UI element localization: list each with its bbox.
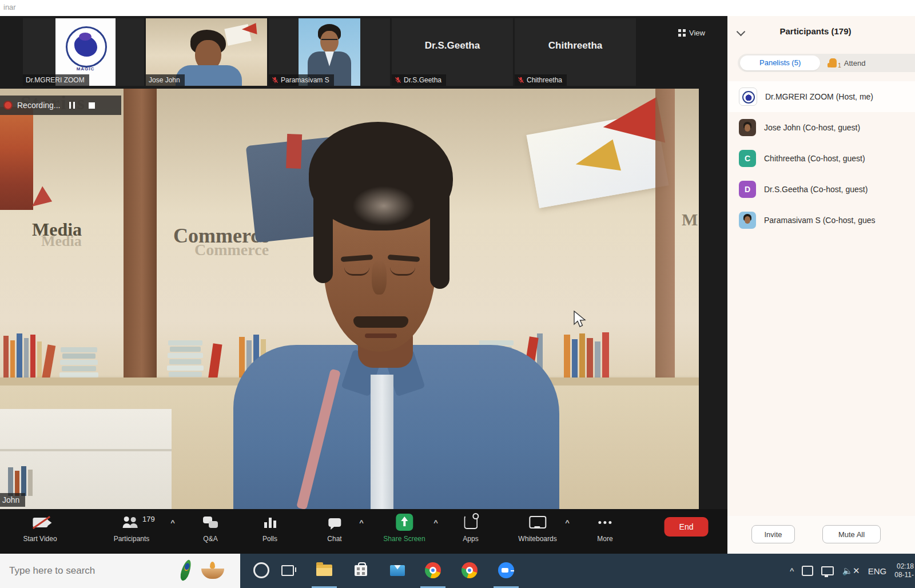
participants-button[interactable]: 179 Participants xyxy=(114,514,150,543)
task-view-icon xyxy=(281,565,294,576)
start-video-button[interactable]: Start Video xyxy=(23,514,57,543)
mural-media-right-partial: M xyxy=(682,210,698,229)
participant-row[interactable]: C Chithreetha (Co-host, guest) xyxy=(727,143,915,174)
meeting-toolbar: Start Video 179 Participants ^ Q&A Polls… xyxy=(0,509,727,554)
speaker-mustache xyxy=(353,316,408,328)
tile-display-name: Chithreetha xyxy=(515,40,636,51)
window-title-fragment: inar xyxy=(3,3,16,11)
stop-recording-button[interactable] xyxy=(84,98,99,113)
participant-row[interactable]: D Dr.S.Geetha (Co-host, guest) xyxy=(727,174,915,205)
cortana-button[interactable] xyxy=(253,562,270,579)
muted-mic-icon xyxy=(272,77,279,84)
chat-icon xyxy=(328,518,341,527)
polls-icon xyxy=(264,517,276,528)
taskbar-search[interactable] xyxy=(0,554,240,588)
thumbnail-jose-john[interactable]: Jose John xyxy=(146,18,267,86)
participant-row[interactable]: Paramasivam S (Co-host, gues xyxy=(727,205,915,236)
thumbnail-dr-mgreri-zoom[interactable]: MAGIC Dr.MGRERI ZOOM xyxy=(23,18,144,86)
cortana-icon xyxy=(253,562,269,578)
mute-all-button[interactable]: Mute All xyxy=(822,525,881,543)
participant-row[interactable]: Dr.MGRERI ZOOM (Host, me) xyxy=(727,81,915,112)
thumbnail-nametag: Jose John xyxy=(146,74,185,86)
zoom-app-icon xyxy=(498,562,514,578)
participants-list: Dr.MGRERI ZOOM (Host, me) Jose John (Co-… xyxy=(727,81,915,236)
thumbnail-nametag: Dr.S.Geetha xyxy=(392,74,446,86)
recording-dot-icon xyxy=(3,101,13,110)
microsoft-store-button[interactable] xyxy=(352,562,369,579)
participants-icon xyxy=(123,517,140,528)
file-explorer-button[interactable] xyxy=(316,562,333,579)
recording-label: Recording... xyxy=(17,101,60,110)
chat-button[interactable]: Chat xyxy=(327,514,341,543)
apps-button[interactable]: Apps xyxy=(463,514,478,543)
thumbnail-dr-s-geetha[interactable]: Dr.S.Geetha Dr.S.Geetha xyxy=(392,18,513,86)
mural-yellow-plane xyxy=(576,135,625,171)
chat-chevron-up-icon[interactable]: ^ xyxy=(359,518,364,527)
system-tray: ^ 🔈✕ ENG 02:18 08-11- xyxy=(790,554,915,588)
bookshelf-books xyxy=(3,333,42,380)
task-view-button[interactable] xyxy=(279,562,296,579)
store-icon xyxy=(355,565,367,576)
polls-button[interactable]: Polls xyxy=(262,514,277,543)
taskbar-clock[interactable]: 02:18 08-11- xyxy=(894,562,914,579)
avatar: D xyxy=(739,181,756,198)
participants-title: Participants (179) xyxy=(727,26,904,36)
raised-hand-count: 1 xyxy=(838,62,841,69)
chrome-icon xyxy=(462,562,478,578)
mgreri-logo-circle xyxy=(66,26,107,67)
tab-panelists[interactable]: Panelists (5) xyxy=(740,55,820,70)
mural-pillar-right xyxy=(655,89,675,409)
share-chevron-up-icon[interactable]: ^ xyxy=(433,518,438,527)
more-button[interactable]: More xyxy=(597,514,612,543)
language-indicator[interactable]: ENG xyxy=(868,566,887,576)
participant-row[interactable]: Jose John (Co-host, guest) xyxy=(727,112,915,143)
participants-tabs: Panelists (5) 1 Attend xyxy=(738,54,915,72)
participants-panel: Participants (179) Panelists (5) 1 Atten… xyxy=(727,16,915,554)
pause-recording-button[interactable] xyxy=(65,98,79,113)
avatar xyxy=(739,119,756,136)
grid-view-icon xyxy=(678,29,686,37)
tab-attendees[interactable]: 1 Attend xyxy=(829,58,865,69)
share-screen-button[interactable]: Share Screen xyxy=(383,514,425,543)
mouse-cursor xyxy=(573,311,588,330)
onedrive-icon[interactable] xyxy=(802,566,813,576)
whiteboards-chevron-up-icon[interactable]: ^ xyxy=(565,518,570,527)
whiteboards-button[interactable]: Whiteboards xyxy=(518,514,556,543)
qa-icon xyxy=(203,517,218,528)
share-screen-icon xyxy=(396,514,413,531)
chrome-button-2[interactable] xyxy=(461,562,478,579)
chrome-icon xyxy=(425,562,441,578)
volume-muted-icon[interactable]: 🔈✕ xyxy=(842,566,860,576)
window-titlebar: inar xyxy=(0,0,915,17)
participants-chevron-up-icon[interactable]: ^ xyxy=(170,518,175,527)
video-thumbnail-strip: MAGIC Dr.MGRERI ZOOM Jose John xyxy=(0,16,727,89)
thumbnail-paramasivam[interactable]: Paramasivam S xyxy=(269,18,390,86)
end-meeting-button[interactable]: End xyxy=(665,517,709,537)
participants-count-badge: 179 xyxy=(142,515,155,523)
more-icon xyxy=(599,517,612,528)
file-explorer-icon xyxy=(316,565,332,576)
mural-book-stack xyxy=(0,107,33,210)
view-button[interactable]: View xyxy=(675,26,709,39)
diya-lamp-icon xyxy=(201,569,224,579)
main-speaker-video: Stories Media Media Commerce Commerce M xyxy=(0,89,699,509)
recording-indicator: Recording... xyxy=(0,96,121,115)
avatar xyxy=(739,88,757,106)
qa-button[interactable]: Q&A xyxy=(203,514,218,543)
thumbnail-chithreetha[interactable]: Chithreetha Chithreetha xyxy=(515,18,636,86)
chrome-button[interactable] xyxy=(424,562,441,579)
raised-hand-icon xyxy=(829,58,837,67)
zoom-app-button[interactable] xyxy=(498,562,515,579)
search-input[interactable] xyxy=(0,565,170,577)
windows-taskbar: ^ 🔈✕ ENG 02:18 08-11- xyxy=(0,554,915,588)
network-icon[interactable] xyxy=(821,566,834,575)
peacock-feather-icon xyxy=(178,559,193,582)
muted-mic-icon xyxy=(395,77,401,84)
mgreri-logo-text: MAGIC xyxy=(55,66,116,71)
tray-chevron-up-icon[interactable]: ^ xyxy=(790,566,794,576)
muted-mic-icon xyxy=(518,77,524,84)
mail-button[interactable] xyxy=(389,562,406,579)
thumbnail-nametag: Dr.MGRERI ZOOM xyxy=(23,74,89,86)
clock-time: 02:18 xyxy=(894,562,914,571)
invite-button[interactable]: Invite xyxy=(751,525,795,543)
